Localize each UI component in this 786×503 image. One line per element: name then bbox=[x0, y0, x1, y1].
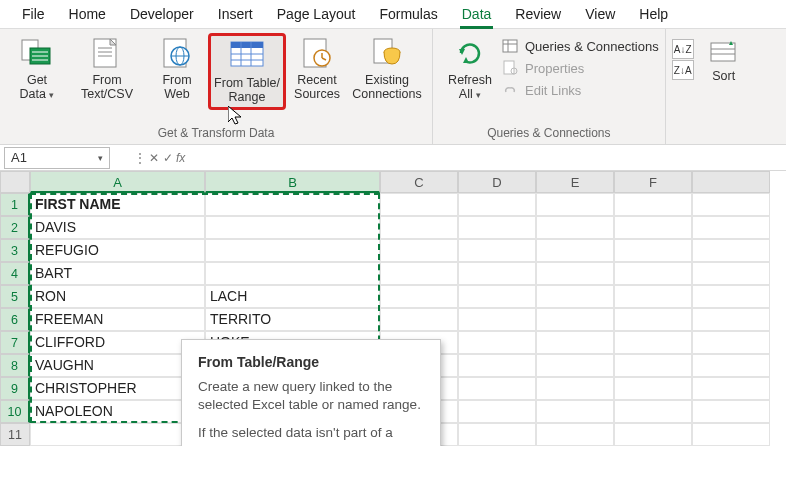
cell[interactable] bbox=[692, 193, 770, 216]
cell[interactable]: BART bbox=[30, 262, 205, 285]
sort-button[interactable]: Sort bbox=[700, 39, 748, 83]
cell[interactable] bbox=[380, 216, 458, 239]
tab-view[interactable]: View bbox=[573, 2, 627, 28]
cell[interactable]: FIRST NAME bbox=[30, 193, 205, 216]
cell[interactable] bbox=[458, 331, 536, 354]
cell[interactable] bbox=[692, 262, 770, 285]
row-header[interactable]: 9 bbox=[0, 377, 30, 400]
cell[interactable] bbox=[30, 423, 205, 446]
tab-help[interactable]: Help bbox=[627, 2, 680, 28]
cell[interactable] bbox=[458, 285, 536, 308]
cell[interactable] bbox=[536, 400, 614, 423]
cell[interactable]: REFUGIO bbox=[30, 239, 205, 262]
cell[interactable] bbox=[536, 377, 614, 400]
cell[interactable] bbox=[614, 262, 692, 285]
row-header[interactable]: 4 bbox=[0, 262, 30, 285]
queries-connections-button[interactable]: Queries & Connections bbox=[501, 37, 659, 55]
row-header[interactable]: 5 bbox=[0, 285, 30, 308]
cell[interactable] bbox=[692, 285, 770, 308]
cell[interactable] bbox=[614, 285, 692, 308]
cell[interactable] bbox=[692, 354, 770, 377]
recent-sources-button[interactable]: Recent Sources bbox=[286, 33, 348, 104]
cell[interactable] bbox=[458, 308, 536, 331]
cell[interactable] bbox=[614, 331, 692, 354]
cell[interactable] bbox=[614, 308, 692, 331]
properties-button[interactable]: Properties bbox=[501, 59, 659, 77]
cell[interactable] bbox=[458, 216, 536, 239]
cell[interactable] bbox=[536, 193, 614, 216]
cell[interactable] bbox=[380, 193, 458, 216]
cell[interactable] bbox=[205, 239, 380, 262]
cell[interactable] bbox=[536, 285, 614, 308]
select-all-corner[interactable] bbox=[0, 171, 30, 193]
row-header[interactable]: 2 bbox=[0, 216, 30, 239]
cell[interactable]: VAUGHN bbox=[30, 354, 205, 377]
tab-developer[interactable]: Developer bbox=[118, 2, 206, 28]
get-data-button[interactable]: Get Data ▾ bbox=[6, 33, 68, 104]
tab-file[interactable]: File bbox=[10, 2, 57, 28]
row-header[interactable]: 8 bbox=[0, 354, 30, 377]
column-header[interactable]: C bbox=[380, 171, 458, 193]
from-web-button[interactable]: From Web bbox=[146, 33, 208, 104]
cell[interactable] bbox=[536, 216, 614, 239]
column-header[interactable]: A bbox=[30, 171, 205, 193]
name-box[interactable]: A1 ▾ bbox=[4, 147, 110, 169]
row-header[interactable]: 11 bbox=[0, 423, 30, 446]
cell[interactable] bbox=[536, 331, 614, 354]
cell[interactable] bbox=[458, 400, 536, 423]
cell[interactable] bbox=[614, 216, 692, 239]
tab-page-layout[interactable]: Page Layout bbox=[265, 2, 368, 28]
cell[interactable] bbox=[536, 354, 614, 377]
column-header[interactable] bbox=[692, 171, 770, 193]
cell[interactable]: RON bbox=[30, 285, 205, 308]
cell[interactable] bbox=[205, 193, 380, 216]
cell[interactable] bbox=[458, 423, 536, 446]
sort-desc-button[interactable]: Z↓A bbox=[672, 60, 694, 80]
cell[interactable]: CHRISTOPHER bbox=[30, 377, 205, 400]
tab-formulas[interactable]: Formulas bbox=[367, 2, 449, 28]
row-header[interactable]: 1 bbox=[0, 193, 30, 216]
cell[interactable] bbox=[536, 262, 614, 285]
fx-icon[interactable]: ⋮ ✕ ✓ fx bbox=[128, 151, 191, 165]
edit-links-button[interactable]: Edit Links bbox=[501, 81, 659, 99]
cell[interactable] bbox=[458, 193, 536, 216]
cell[interactable]: CLIFFORD bbox=[30, 331, 205, 354]
column-header[interactable]: E bbox=[536, 171, 614, 193]
cell[interactable] bbox=[536, 423, 614, 446]
cell[interactable] bbox=[614, 423, 692, 446]
from-table-range-button[interactable]: From Table/ Range bbox=[208, 33, 286, 110]
cell[interactable] bbox=[614, 377, 692, 400]
cell[interactable] bbox=[614, 193, 692, 216]
cell[interactable] bbox=[692, 239, 770, 262]
cell[interactable] bbox=[692, 331, 770, 354]
cell[interactable] bbox=[458, 354, 536, 377]
cell[interactable] bbox=[536, 239, 614, 262]
cell[interactable]: NAPOLEON bbox=[30, 400, 205, 423]
row-header[interactable]: 7 bbox=[0, 331, 30, 354]
cell[interactable] bbox=[380, 308, 458, 331]
cell[interactable] bbox=[458, 262, 536, 285]
cell[interactable] bbox=[458, 377, 536, 400]
tab-data[interactable]: Data bbox=[450, 2, 504, 28]
tab-insert[interactable]: Insert bbox=[206, 2, 265, 28]
column-header[interactable]: D bbox=[458, 171, 536, 193]
column-header[interactable]: F bbox=[614, 171, 692, 193]
cell[interactable]: DAVIS bbox=[30, 216, 205, 239]
cell[interactable] bbox=[458, 239, 536, 262]
cell[interactable]: TERRITO bbox=[205, 308, 380, 331]
cell[interactable] bbox=[205, 262, 380, 285]
cell[interactable] bbox=[380, 239, 458, 262]
tab-review[interactable]: Review bbox=[503, 2, 573, 28]
row-header[interactable]: 10 bbox=[0, 400, 30, 423]
column-header[interactable]: B bbox=[205, 171, 380, 193]
cell[interactable] bbox=[692, 400, 770, 423]
cell[interactable]: FREEMAN bbox=[30, 308, 205, 331]
cell[interactable] bbox=[205, 216, 380, 239]
from-text-csv-button[interactable]: From Text/CSV bbox=[68, 33, 146, 104]
cell[interactable] bbox=[536, 308, 614, 331]
existing-connections-button[interactable]: Existing Connections bbox=[348, 33, 426, 104]
cell[interactable] bbox=[380, 285, 458, 308]
tab-home[interactable]: Home bbox=[57, 2, 118, 28]
cell[interactable] bbox=[614, 354, 692, 377]
cell[interactable] bbox=[692, 423, 770, 446]
